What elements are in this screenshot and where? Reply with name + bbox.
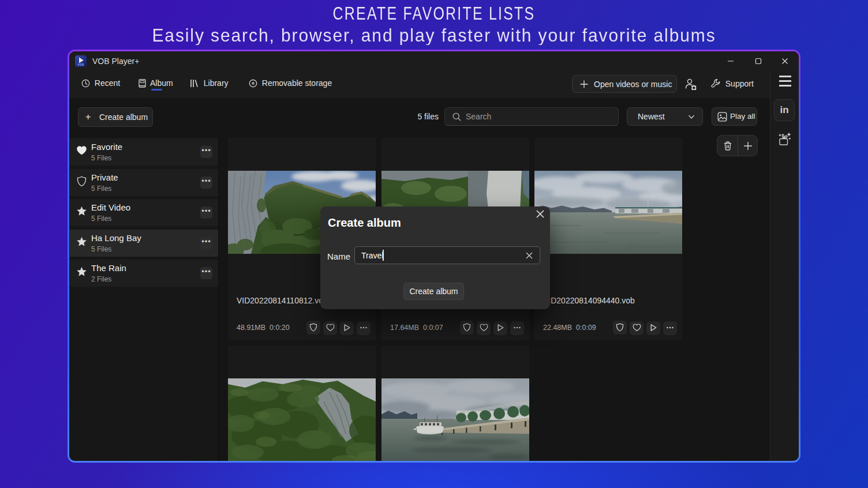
- svg-text:VOB: VOB: [77, 63, 84, 66]
